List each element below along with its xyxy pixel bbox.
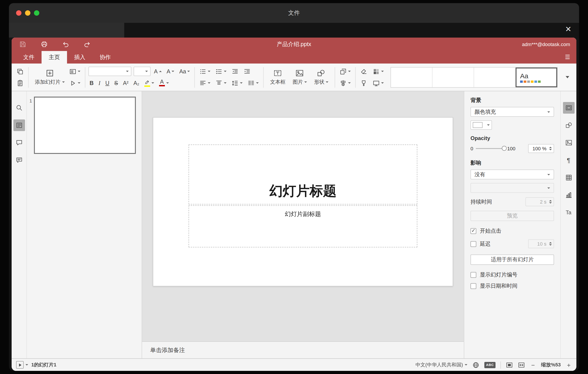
bullets-button[interactable] [198,67,212,76]
fit-width-button[interactable] [518,361,525,368]
vertical-align-button[interactable] [214,78,228,88]
theme-gallery-expand-button[interactable] [562,67,573,88]
set-document-language-button[interactable] [472,361,479,368]
zoom-out-button[interactable]: − [530,361,536,368]
save-button[interactable] [18,40,28,49]
close-icon[interactable]: ✕ [565,25,572,34]
theme-option-3[interactable] [474,67,516,87]
font-color-button[interactable]: A [158,78,170,88]
shape-settings-tab[interactable] [563,120,574,131]
slide-thumbnail[interactable] [34,97,136,154]
paste-button[interactable] [15,78,25,88]
delay-input[interactable]: 10 s [528,239,554,248]
slider-knob[interactable] [502,146,507,151]
italic-button[interactable]: I [97,78,102,88]
numbering-button[interactable] [214,67,228,76]
duration-input[interactable]: 2 s [525,197,554,206]
redo-button[interactable] [82,40,92,49]
copy-button[interactable] [15,67,25,76]
textart-settings-tab[interactable]: Ta [563,207,574,218]
spinner-arrows[interactable] [549,240,552,248]
background-color-select[interactable] [471,120,492,130]
subtitle-placeholder[interactable]: 幻灯片副标题 [189,205,417,247]
start-slideshow-status-button[interactable] [16,361,28,369]
preview-button[interactable]: 预览 [471,211,554,221]
language-select[interactable]: 中文(中华人民共和国) [416,362,468,368]
columns-button[interactable] [246,78,260,88]
add-slide-button[interactable]: 添加幻灯片 [32,66,68,88]
highlight-color-button[interactable] [143,78,156,88]
title-placeholder[interactable]: 幻灯片标题 [189,144,417,204]
apply-all-button[interactable]: 适用于所有幻灯片 [471,254,554,265]
superscript-button[interactable]: A² [122,78,130,88]
undo-button[interactable] [61,40,71,49]
chat-button[interactable] [13,154,25,166]
insert-shape-button[interactable]: 形状 [311,66,332,88]
clear-style-button[interactable] [359,67,369,76]
slide-size-button[interactable] [371,78,385,88]
zoom-in-button[interactable]: + [566,361,572,368]
background-fill-select[interactable]: 颜色填充 [471,107,554,117]
delay-checkbox[interactable] [471,241,476,247]
slide[interactable]: 幻灯片标题 幻灯片副标题 [153,117,453,286]
theme-option-2[interactable] [432,67,474,87]
font-name-select[interactable] [88,67,131,76]
paragraph-settings-tab[interactable]: ¶ [563,154,574,166]
increase-font-button[interactable]: A [153,67,163,76]
opacity-slider[interactable] [476,148,504,149]
tab-file[interactable]: 文件 [16,51,42,64]
change-case-button[interactable]: Aa [178,67,191,76]
effect-option-select[interactable] [471,183,554,193]
font-size-select[interactable] [133,67,150,76]
slide-counter: 1的幻灯片1 [31,362,56,368]
tab-collaboration[interactable]: 协作 [93,51,118,64]
duration-label: 持续时间 [471,198,492,206]
strikethrough-button[interactable]: S [113,78,119,88]
start-on-click-checkbox[interactable] [471,228,476,234]
tab-insert[interactable]: 插入 [67,51,93,64]
horizontal-align-button[interactable] [198,78,212,88]
underline-button[interactable]: U [104,78,111,88]
increase-indent-button[interactable] [242,67,252,76]
show-date-time-checkbox[interactable] [471,283,476,289]
insert-textbox-button[interactable]: 文本框 [267,66,289,88]
image-settings-tab[interactable] [563,137,574,149]
align-shape-button[interactable] [338,78,352,88]
tab-home[interactable]: 主页 [42,51,67,64]
theme-option-selected[interactable]: Aa [516,67,557,87]
window-title: 文件 [288,9,300,17]
window-fullscreen-button[interactable] [34,10,39,16]
decrease-font-button[interactable]: A [165,67,176,76]
fit-slide-button[interactable] [506,361,513,368]
subscript-button[interactable]: A₂ [132,78,140,88]
theme-option-1[interactable] [391,67,432,87]
slides-panel-button[interactable] [13,120,25,131]
slide-layout-button[interactable] [68,67,82,76]
slide-settings-tab[interactable] [563,102,574,114]
show-slide-number-checkbox[interactable] [471,272,476,278]
print-button[interactable] [39,40,49,49]
notes-area[interactable]: 单击添加备注 [142,341,464,358]
comments-button[interactable] [13,137,25,149]
insert-image-button[interactable]: 图片 [290,66,310,88]
spinner-arrows[interactable] [549,144,552,153]
effect-select[interactable]: 没有 [471,170,554,179]
line-spacing-button[interactable] [230,78,244,88]
spinner-arrows[interactable] [549,198,552,206]
copy-style-button[interactable] [359,78,369,88]
table-settings-tab[interactable] [563,172,574,183]
hamburger-menu-icon[interactable]: ☰ [565,54,570,60]
chart-settings-tab[interactable] [563,189,574,201]
account-email[interactable]: adm***@dootask.com [522,42,570,47]
bold-button[interactable]: B [88,78,95,88]
opacity-input[interactable]: 100 % [528,144,554,153]
start-slideshow-button[interactable] [68,78,82,88]
divider [195,67,195,88]
spellcheck-button[interactable]: ABC [484,362,495,368]
window-minimize-button[interactable] [25,10,30,16]
arrange-shape-button[interactable] [338,67,352,76]
decrease-indent-button[interactable] [230,67,240,76]
window-close-button[interactable] [16,10,21,16]
color-scheme-button[interactable] [371,67,385,76]
search-button[interactable] [13,102,25,114]
